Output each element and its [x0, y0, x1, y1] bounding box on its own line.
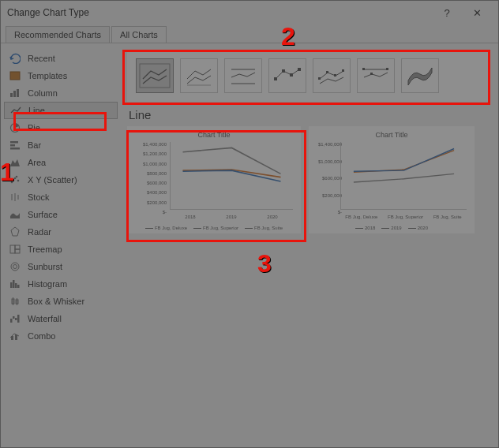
svg-rect-46 [362, 68, 365, 70]
svg-rect-47 [386, 68, 388, 70]
svg-marker-8 [10, 159, 20, 166]
waterfall-icon [9, 312, 21, 325]
line-icon [9, 104, 22, 117]
svg-rect-36 [140, 64, 170, 88]
subtype-line[interactable] [136, 58, 174, 93]
stock-icon [9, 191, 21, 203]
svg-rect-7 [10, 147, 20, 150]
sidebar-item-surface[interactable]: Surface [4, 206, 118, 223]
templates-icon [9, 69, 21, 82]
sidebar-item-label: Sunburst [28, 262, 62, 271]
help-button[interactable]: ? [432, 2, 462, 24]
sidebar-item-treemap[interactable]: Treemap [4, 241, 118, 258]
preview-legend: FB Jug, Deluxe FB Jug, Superior FB Jug, … [127, 226, 301, 230]
dialog-title: Change Chart Type [7, 7, 89, 18]
chart-preview-2[interactable]: Chart Title $1,400,000$1,000,000$600,000… [309, 126, 475, 233]
chart-category-list: Recent Templates Column Line Pie Bar Are… [1, 43, 121, 447]
subtype-100-stacked-line-markers[interactable] [357, 58, 395, 93]
sidebar-item-area[interactable]: Area [4, 154, 118, 171]
sidebar-item-waterfall[interactable]: Waterfall [4, 310, 118, 327]
area-icon [9, 156, 21, 169]
sidebar-item-label: Surface [28, 210, 58, 219]
svg-rect-45 [342, 69, 344, 72]
preview-title: Chart Title [315, 131, 468, 139]
sidebar-item-label: Pie [28, 123, 40, 133]
preview-xaxis: FB Jug, DeluxeFB Jug, SuperiorFB Jug, Su… [340, 215, 467, 219]
change-chart-type-dialog: Change Chart Type ? ✕ Recommended Charts… [0, 0, 499, 448]
subtype-3d-line[interactable] [401, 58, 439, 93]
preview-title: Chart Title [133, 131, 295, 139]
close-button[interactable]: ✕ [462, 2, 492, 24]
svg-rect-1 [10, 93, 13, 97]
svg-rect-33 [17, 315, 20, 323]
sidebar-item-label: Bar [28, 140, 41, 150]
svg-point-9 [11, 181, 13, 184]
sidebar-item-box-whisker[interactable]: Box & Whisker [4, 293, 118, 310]
sidebar-item-label: Histogram [28, 279, 67, 289]
chart-subtype-row [127, 50, 489, 102]
titlebar: Change Chart Type ? ✕ [1, 1, 498, 24]
combo-icon [9, 330, 21, 342]
sidebar-item-scatter[interactable]: X Y (Scatter) [4, 171, 118, 189]
preview-plot [170, 142, 293, 210]
preview-plot [340, 142, 467, 210]
subtype-stacked-line[interactable] [180, 58, 218, 93]
scatter-icon [9, 174, 21, 186]
sunburst-icon [9, 260, 21, 273]
sidebar-item-label: Box & Whisker [28, 297, 84, 306]
sidebar-item-label: Stock [28, 192, 50, 202]
svg-rect-0 [10, 72, 20, 80]
svg-rect-23 [13, 280, 15, 288]
tab-recommended[interactable]: Recommended Charts [6, 26, 110, 43]
sidebar-item-pie[interactable]: Pie [4, 119, 118, 136]
svg-point-12 [16, 176, 18, 178]
svg-rect-2 [13, 91, 16, 97]
svg-rect-5 [10, 141, 18, 144]
svg-rect-42 [318, 77, 321, 80]
sidebar-item-label: Area [28, 158, 46, 167]
tab-all-charts[interactable]: All Charts [111, 26, 167, 43]
svg-marker-16 [11, 227, 19, 236]
pie-icon [9, 121, 21, 134]
radar-icon [9, 226, 21, 238]
chart-preview-1[interactable]: Chart Title $1,400,000$1,200,000$1,000,0… [127, 126, 301, 233]
main-panel: Line Chart Title $1,400,000$1,200,000$1,… [121, 43, 498, 447]
svg-rect-22 [10, 282, 13, 288]
sidebar-item-bar[interactable]: Bar [4, 136, 118, 154]
treemap-icon [9, 243, 21, 256]
sidebar-item-label: Treemap [28, 245, 62, 254]
preview-yaxis: $1,400,000$1,200,000$1,000,000$800,000$6… [133, 142, 167, 215]
svg-point-21 [13, 265, 17, 269]
sidebar-item-label: X Y (Scatter) [28, 175, 77, 185]
sidebar-item-stock[interactable]: Stock [4, 189, 118, 206]
svg-rect-43 [326, 71, 328, 73]
svg-rect-40 [290, 73, 293, 77]
svg-rect-24 [15, 283, 17, 288]
chart-type-name: Line [129, 108, 490, 121]
sidebar-item-recent[interactable]: Recent [4, 50, 118, 67]
sidebar-item-combo[interactable]: Combo [4, 327, 118, 345]
svg-rect-6 [10, 144, 15, 147]
preview-xaxis: 201820192020 [170, 215, 293, 219]
sidebar-item-sunburst[interactable]: Sunburst [4, 258, 118, 275]
recent-icon [9, 52, 21, 65]
sidebar-item-column[interactable]: Column [4, 84, 118, 102]
svg-rect-3 [17, 89, 19, 97]
svg-rect-31 [13, 316, 15, 319]
svg-point-10 [14, 177, 17, 180]
sidebar-item-radar[interactable]: Radar [4, 223, 118, 241]
sidebar-item-line[interactable]: Line [4, 102, 118, 119]
sidebar-item-label: Recent [28, 54, 55, 63]
svg-rect-18 [15, 245, 20, 249]
sidebar-item-label: Line [28, 106, 45, 115]
svg-rect-19 [15, 249, 20, 253]
subtype-100-stacked-line[interactable] [224, 58, 262, 93]
svg-rect-32 [15, 318, 17, 320]
svg-rect-38 [274, 77, 277, 80]
subtype-line-markers[interactable] [268, 58, 306, 93]
sidebar-item-histogram[interactable]: Histogram [4, 275, 118, 293]
svg-rect-39 [282, 69, 285, 73]
sidebar-item-templates[interactable]: Templates [4, 67, 118, 84]
bar-icon [9, 139, 21, 151]
subtype-stacked-line-markers[interactable] [313, 58, 351, 93]
